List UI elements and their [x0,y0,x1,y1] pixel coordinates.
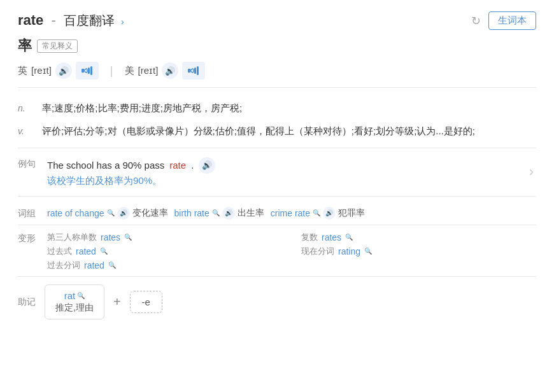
svg-rect-0 [82,69,84,73]
example-wrapper: 例句 The school has a 90% pass rate. 🔊 该校学… [18,153,536,191]
example-en-prefix: The school has a 90% pass [47,160,164,171]
mnemonic-suffix-text: -e [142,297,150,307]
phrase-search-icon-0[interactable]: 🔍 [107,209,115,216]
infl-present-part-label: 现在分词 [301,246,334,257]
infl-past-participle: 过去分词 rated 🔍 [47,260,282,271]
mnemonic-word-zh: 推定,理由 [55,302,94,314]
infl-past-word[interactable]: rated [76,246,96,256]
infl-search-1[interactable]: 🔍 [345,234,353,241]
pron-en-sound-button[interactable]: 🔊 [55,62,72,79]
pron-row: 英 [reɪt] 🔊 | 美 [reɪt] 🔊 [18,62,536,88]
svg-rect-4 [194,67,196,74]
pron-us-voice-button[interactable] [182,62,205,80]
header-source: 百度翻译 [64,13,115,27]
phrase-label-crime-rate[interactable]: crime rate [271,208,310,218]
def-verb-text: 评价;评估;分等;对（电影或录像片）分级;估价;值得，配得上（某种对待）;看好;… [42,123,536,139]
example-section: 例句 The school has a 90% pass rate. 🔊 该校学… [18,148,536,197]
infl-past-tense: 过去式 rated 🔍 [47,246,282,257]
example-en-suffix: . [191,160,194,171]
inflection-grid: 第三人称单数 rates 🔍 复数 rates 🔍 过去式 rated 🔍 现在… [47,232,536,271]
pron-divider: | [110,64,113,78]
common-meaning-badge: 常见释义 [37,39,78,53]
pron-en-ipa: [reɪt] [31,65,52,76]
infl-plural-word[interactable]: rates [322,232,341,242]
example-row: 例句 The school has a 90% pass rate. 🔊 该校学… [18,153,536,191]
phrase-sound-1[interactable]: 🔊 [222,207,235,220]
word-groups-label: 词组 [18,207,36,220]
mnemonic-word-en[interactable]: rat [64,290,76,301]
infl-present-part-word[interactable]: rating [338,246,360,256]
pron-us-label: 美 [125,65,134,77]
inflection-label: 变形 [18,232,36,244]
svg-rect-3 [188,69,190,73]
svg-rect-5 [197,66,199,75]
def-row-noun: n. 率;速度;价格;比率;费用;进度;房地产税，房产税; [18,97,536,120]
pron-en-group: 英 [reɪt] 🔊 [18,62,99,80]
infl-past-part-label: 过去分词 [47,260,80,271]
phrase-label-birth-rate[interactable]: birth rate [174,208,210,218]
main-container: rate - 百度翻译 › ↻ 生词本 率 常见释义 英 [reɪt] 🔊 [0,0,554,392]
infl-search-4[interactable]: 🔍 [108,262,116,269]
infl-past-part-word[interactable]: rated [84,260,104,270]
phrase-birth-rate: birth rate🔍 🔊 出生率 [174,207,264,220]
infl-plural: 复数 rates 🔍 [301,232,536,243]
phrase-rate-of-change: rate of change🔍 🔊 变化速率 [47,207,168,220]
example-en-highlight: rate [169,160,186,171]
word-groups-row: 词组 rate of change🔍 🔊 变化速率 birth rate🔍 🔊 … [18,203,536,225]
infl-search-2[interactable]: 🔍 [100,248,108,255]
pron-us-group: 美 [reɪt] 🔊 [125,62,206,80]
mnemonic-plus-icon: + [113,295,121,309]
infl-present-participle: 现在分词 rating 🔍 [301,246,536,257]
header-actions: ↻ 生词本 [471,11,536,30]
mnemonic-suffix-card: -e [130,291,162,313]
infl-search-0[interactable]: 🔍 [124,234,132,241]
def-section: n. 率;速度;价格;比率;费用;进度;房地产税，房产税; v. 评价;评估;分… [18,97,536,143]
infl-search-3[interactable]: 🔍 [364,248,372,255]
pron-en-label: 英 [18,65,27,77]
header-separator: - [51,12,55,28]
mnemonic-section: 助记 rat 🔍 推定,理由 + -e [18,284,536,319]
search-word: rate [18,12,43,28]
vocab-button[interactable]: 生词本 [488,11,536,30]
example-en: The school has a 90% pass rate. 🔊 [47,157,536,174]
pos-verb-label: v. [18,123,31,139]
header-chevron-icon[interactable]: › [121,17,124,27]
inflection-section: 变形 第三人称单数 rates 🔍 复数 rates 🔍 过去式 rated 🔍… [18,228,536,277]
header-row: rate - 百度翻译 › ↻ 生词本 [18,11,536,30]
mnemonic-label: 助记 [18,295,36,308]
mnemonic-search-icon[interactable]: 🔍 [77,292,85,299]
header-title: rate - 百度翻译 › [18,12,124,29]
svg-rect-2 [90,66,92,75]
example-content: The school has a 90% pass rate. 🔊 该校学生的及… [47,157,536,187]
mnemonic-word-card: rat 🔍 推定,理由 [45,284,104,319]
phrase-zh-1: 出生率 [238,207,264,219]
example-label: 例句 [18,157,36,170]
mnemonic-word-text: rat 🔍 [64,290,85,301]
phrase-label-rate-of-change[interactable]: rate of change [47,208,104,218]
def-row-verb: v. 评价;评估;分等;对（电影或录像片）分级;估价;值得，配得上（某种对待）;… [18,120,536,143]
phrase-zh-2: 犯罪率 [338,207,365,219]
infl-third-label: 第三人称单数 [47,232,97,243]
chinese-word-row: 率 常见释义 [18,36,536,55]
pron-us-ipa: [reɪt] [138,65,159,76]
infl-third-word[interactable]: rates [101,232,120,242]
chinese-main-word: 率 [18,36,32,55]
infl-plural-label: 复数 [301,232,318,243]
pos-noun-label: n. [18,100,31,116]
phrase-sound-0[interactable]: 🔊 [117,207,130,220]
pron-en-voice-button[interactable] [76,62,99,80]
svg-rect-1 [88,67,90,74]
infl-third-singular: 第三人称单数 rates 🔍 [47,232,282,243]
phrase-crime-rate: crime rate🔍 🔊 犯罪率 [271,207,365,220]
pron-us-sound-button[interactable]: 🔊 [162,62,178,79]
example-sound-button[interactable]: 🔊 [199,157,215,174]
def-noun-text: 率;速度;价格;比率;费用;进度;房地产税，房产税; [42,100,536,116]
word-groups-list: rate of change🔍 🔊 变化速率 birth rate🔍 🔊 出生率… [47,207,536,220]
phrase-zh-0: 变化速率 [132,207,168,219]
phrase-sound-2[interactable]: 🔊 [323,207,336,220]
phrase-search-icon-2[interactable]: 🔍 [313,209,320,216]
refresh-icon[interactable]: ↻ [471,14,481,28]
phrase-search-icon-1[interactable]: 🔍 [212,209,220,216]
example-chevron-icon[interactable]: › [529,164,534,180]
example-zh: 该校学生的及格率为90%。 [47,175,536,187]
